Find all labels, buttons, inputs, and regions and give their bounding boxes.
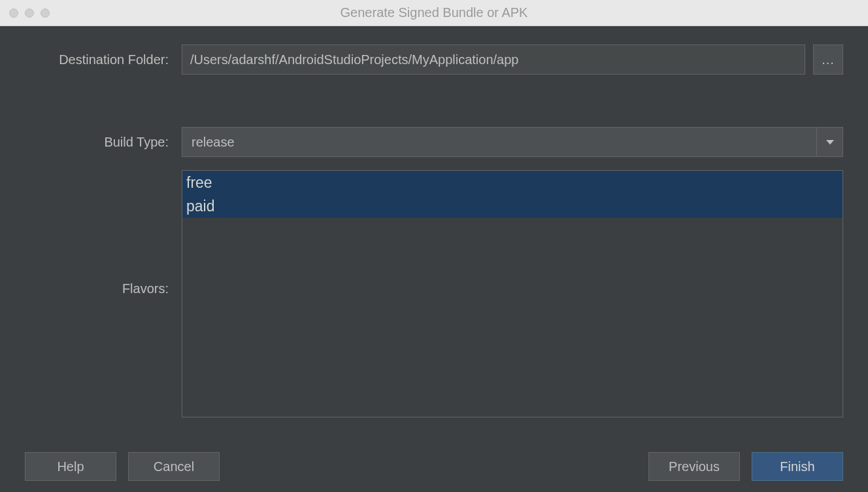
build-type-controls: release [182, 127, 843, 157]
title-bar: Generate Signed Bundle or APK [0, 0, 868, 26]
list-item[interactable]: paid [182, 194, 843, 218]
label-destination-folder: Destination Folder: [25, 52, 182, 67]
maximize-window-icon[interactable] [41, 9, 50, 18]
help-button[interactable]: Help [25, 452, 116, 481]
build-type-value: release [182, 135, 816, 150]
destination-folder-input[interactable] [182, 44, 805, 75]
minimize-window-icon[interactable] [25, 9, 34, 18]
list-item[interactable]: free [182, 171, 843, 194]
button-bar: Help Cancel Previous Finish [0, 441, 868, 492]
close-window-icon[interactable] [9, 9, 18, 18]
label-flavors: Flavors: [25, 170, 182, 296]
browse-button[interactable]: ... [813, 44, 843, 75]
chevron-down-icon [816, 128, 843, 156]
flavors-controls: freepaid [182, 170, 843, 417]
row-destination-folder: Destination Folder: ... [25, 44, 843, 75]
row-flavors: Flavors: freepaid [25, 170, 843, 417]
window-title: Generate Signed Bundle or APK [0, 5, 868, 20]
finish-button[interactable]: Finish [752, 452, 843, 481]
previous-button[interactable]: Previous [648, 452, 740, 481]
cancel-button[interactable]: Cancel [128, 452, 220, 481]
dialog-body: Destination Folder: ... Build Type: rele… [0, 26, 868, 441]
destination-controls: ... [182, 44, 843, 75]
label-build-type: Build Type: [25, 135, 182, 150]
window-controls [0, 9, 50, 18]
build-type-combobox[interactable]: release [182, 127, 843, 157]
flavors-listbox[interactable]: freepaid [182, 170, 843, 417]
row-build-type: Build Type: release [25, 127, 843, 157]
